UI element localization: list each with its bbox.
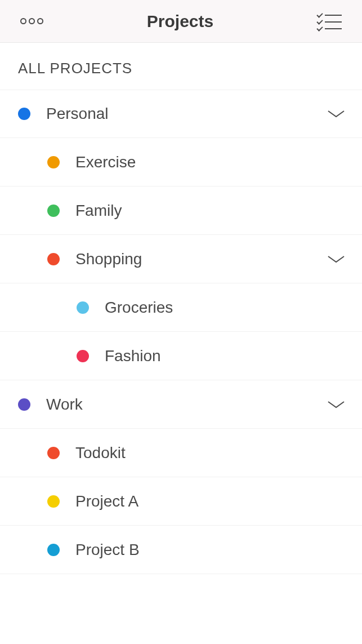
checklist-icon (317, 13, 342, 30)
project-label: Project B (75, 541, 351, 559)
project-item-work[interactable]: Work (0, 380, 362, 429)
project-item-personal[interactable]: Personal (0, 90, 362, 138)
project-list: PersonalExerciseFamilyShoppingGroceriesF… (0, 90, 362, 574)
color-dot-icon (47, 156, 60, 168)
checklist-button[interactable] (317, 13, 342, 30)
color-dot-icon (18, 108, 30, 120)
project-item-todokit[interactable]: Todokit (0, 429, 362, 477)
project-label: Fashion (105, 347, 351, 365)
project-item-family[interactable]: Family (0, 186, 362, 235)
chevron-down-icon[interactable] (327, 254, 345, 264)
project-item-exercise[interactable]: Exercise (0, 138, 362, 186)
color-dot-icon (47, 253, 60, 265)
project-item-fashion[interactable]: Fashion (0, 332, 362, 380)
project-label: Groceries (105, 299, 351, 317)
color-dot-icon (47, 205, 60, 217)
project-item-project-a[interactable]: Project A (0, 477, 362, 526)
header: Projects (0, 0, 362, 43)
project-label: Work (46, 396, 327, 414)
dots-icon (20, 18, 43, 24)
page-title: Projects (147, 12, 213, 31)
project-label: Todokit (75, 444, 351, 462)
project-item-groceries[interactable]: Groceries (0, 283, 362, 332)
project-label: Project A (75, 492, 351, 510)
project-label: Shopping (75, 250, 327, 268)
project-label: Personal (46, 105, 327, 123)
chevron-down-icon[interactable] (327, 109, 345, 119)
color-dot-icon (47, 495, 60, 508)
color-dot-icon (77, 301, 89, 314)
chevron-down-icon[interactable] (327, 399, 345, 410)
project-item-shopping[interactable]: Shopping (0, 235, 362, 283)
color-dot-icon (18, 398, 30, 411)
color-dot-icon (47, 447, 60, 459)
project-item-project-b[interactable]: Project B (0, 526, 362, 574)
project-label: Family (75, 202, 351, 220)
project-label: Exercise (75, 153, 351, 171)
menu-button[interactable] (20, 18, 43, 24)
color-dot-icon (47, 544, 60, 556)
color-dot-icon (77, 350, 89, 362)
section-title: ALL PROJECTS (0, 43, 362, 90)
